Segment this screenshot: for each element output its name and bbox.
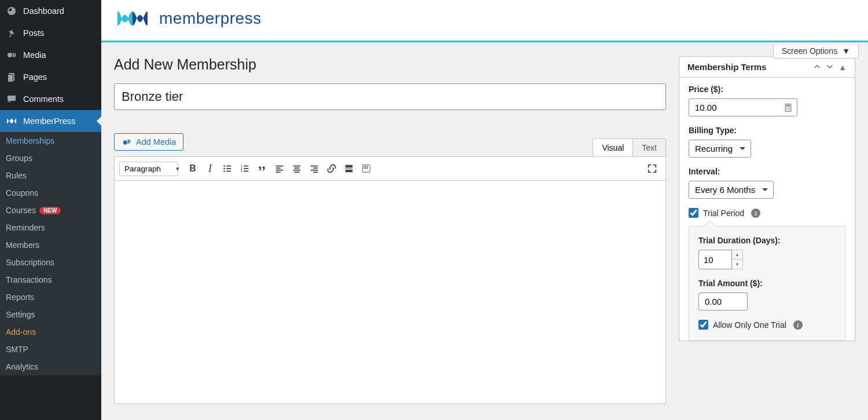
editor-content-area[interactable] bbox=[114, 181, 666, 404]
admin-sidebar: Dashboard Posts Media Pages Comments Mem… bbox=[0, 0, 101, 420]
caret-down-icon: ▼ bbox=[842, 46, 850, 56]
sidebar-sub-rules[interactable]: Rules bbox=[0, 167, 101, 184]
bullet-list-button[interactable] bbox=[219, 160, 236, 177]
price-input[interactable] bbox=[689, 98, 797, 116]
sidebar-sub-memberships[interactable]: Memberships bbox=[0, 132, 101, 149]
add-media-button[interactable]: Add Media bbox=[114, 133, 183, 151]
svg-rect-37 bbox=[365, 167, 366, 169]
membership-title-input[interactable] bbox=[114, 83, 666, 110]
svg-point-41 bbox=[786, 107, 788, 108]
format-select[interactable]: Paragraph bbox=[119, 162, 178, 176]
sidebar-sub-members[interactable]: Members bbox=[0, 236, 101, 254]
memberpress-icon bbox=[6, 115, 17, 127]
sidebar-sub-subscriptions[interactable]: Subscriptions bbox=[0, 254, 101, 271]
fullscreen-button[interactable] bbox=[643, 160, 661, 177]
comment-icon bbox=[6, 93, 17, 105]
sidebar-item-label: Dashboard bbox=[23, 6, 64, 16]
svg-text:3: 3 bbox=[241, 169, 242, 173]
svg-rect-24 bbox=[295, 171, 300, 173]
svg-point-42 bbox=[788, 107, 789, 108]
svg-point-43 bbox=[789, 107, 790, 108]
sidebar-sub-courses[interactable]: CoursesNEW bbox=[0, 202, 101, 219]
sidebar-item-comments[interactable]: Comments bbox=[0, 88, 101, 110]
svg-point-45 bbox=[788, 108, 789, 109]
trial-amount-input[interactable] bbox=[698, 293, 748, 311]
allow-one-trial-checkbox[interactable] bbox=[698, 320, 708, 330]
billing-type-select[interactable]: Recurring bbox=[689, 140, 751, 158]
price-label: Price ($): bbox=[689, 85, 845, 94]
sidebar-item-label: Pages bbox=[23, 72, 47, 82]
trial-duration-label: Trial Duration (Days): bbox=[698, 236, 836, 245]
membership-terms-metabox: Membership Terms ▲ Price ($): bbox=[679, 56, 855, 341]
svg-rect-22 bbox=[295, 167, 300, 169]
billing-type-label: Billing Type: bbox=[689, 126, 845, 135]
bold-button[interactable]: B bbox=[184, 160, 201, 177]
collapse-icon[interactable]: ▲ bbox=[838, 63, 847, 72]
trial-duration-input[interactable] bbox=[698, 250, 732, 269]
sidebar-sub-groups[interactable]: Groups bbox=[0, 149, 101, 167]
sidebar-sub-analytics[interactable]: Analytics bbox=[0, 358, 101, 375]
align-right-button[interactable] bbox=[306, 160, 323, 177]
info-icon[interactable]: i bbox=[793, 320, 803, 330]
italic-button[interactable]: I bbox=[201, 160, 219, 177]
media-icon bbox=[6, 49, 17, 61]
brand-bar: memberpress bbox=[101, 0, 868, 42]
svg-rect-6 bbox=[226, 166, 231, 167]
svg-rect-33 bbox=[364, 166, 365, 167]
svg-rect-25 bbox=[311, 166, 318, 167]
screen-options-button[interactable]: Screen Options ▼ bbox=[773, 44, 859, 59]
sidebar-sub-smtp[interactable]: SMTP bbox=[0, 341, 101, 358]
sidebar-item-media[interactable]: Media bbox=[0, 44, 101, 66]
sidebar-sub-coupons[interactable]: Coupons bbox=[0, 184, 101, 202]
tab-text[interactable]: Text bbox=[632, 138, 666, 156]
stepper-down-icon[interactable]: ▼ bbox=[732, 260, 742, 269]
calculator-icon[interactable] bbox=[784, 103, 793, 112]
pages-icon bbox=[6, 71, 17, 83]
move-down-icon[interactable] bbox=[826, 63, 834, 72]
sidebar-sub-reminders[interactable]: Reminders bbox=[0, 219, 101, 236]
sidebar-item-memberpress[interactable]: MemberPress bbox=[0, 110, 101, 132]
align-center-button[interactable] bbox=[288, 160, 306, 177]
svg-point-5 bbox=[223, 165, 225, 167]
toolbar-toggle-button[interactable] bbox=[358, 160, 375, 177]
sidebar-item-dashboard[interactable]: Dashboard bbox=[0, 0, 101, 22]
svg-rect-18 bbox=[276, 167, 281, 169]
quote-button[interactable] bbox=[253, 160, 271, 177]
trial-period-label: Trial Period bbox=[703, 209, 744, 218]
metabox-title: Membership Terms bbox=[687, 62, 766, 72]
stepper-up-icon[interactable]: ▲ bbox=[732, 250, 742, 260]
dashboard-icon bbox=[6, 5, 17, 17]
brand-text: memberpress bbox=[159, 9, 262, 28]
editor-toolbar: Paragraph B I 123 bbox=[114, 156, 666, 181]
sidebar-sub-reports[interactable]: Reports bbox=[0, 288, 101, 306]
svg-point-7 bbox=[223, 168, 225, 170]
interval-select[interactable]: Every 6 Months bbox=[689, 181, 774, 199]
number-list-button[interactable]: 123 bbox=[236, 160, 253, 177]
svg-rect-36 bbox=[364, 167, 365, 169]
svg-rect-38 bbox=[367, 167, 368, 169]
trial-period-checkbox[interactable] bbox=[689, 208, 698, 218]
sidebar-sub-settings[interactable]: Settings bbox=[0, 306, 101, 323]
svg-rect-23 bbox=[293, 170, 301, 171]
sidebar-item-pages[interactable]: Pages bbox=[0, 66, 101, 88]
svg-rect-20 bbox=[276, 171, 281, 173]
readmore-button[interactable] bbox=[340, 160, 358, 177]
info-icon[interactable]: i bbox=[751, 209, 760, 218]
svg-rect-16 bbox=[244, 171, 248, 172]
svg-rect-29 bbox=[345, 165, 353, 168]
sidebar-sub-addons[interactable]: Add-ons bbox=[0, 323, 101, 341]
pin-icon bbox=[6, 27, 17, 39]
trial-amount-label: Trial Amount ($): bbox=[698, 279, 836, 288]
svg-rect-12 bbox=[244, 166, 248, 167]
sidebar-item-posts[interactable]: Posts bbox=[0, 22, 101, 44]
new-badge: NEW bbox=[39, 207, 61, 214]
sidebar-submenu: Memberships Groups Rules Coupons Courses… bbox=[0, 132, 101, 375]
move-up-icon[interactable] bbox=[813, 63, 821, 72]
allow-one-trial-label: Allow Only One Trial bbox=[713, 320, 786, 330]
tab-visual[interactable]: Visual bbox=[593, 138, 633, 156]
sidebar-sub-transactions[interactable]: Transactions bbox=[0, 271, 101, 288]
svg-rect-10 bbox=[226, 171, 231, 172]
memberpress-logo-icon bbox=[116, 7, 152, 30]
link-button[interactable] bbox=[323, 160, 340, 177]
align-left-button[interactable] bbox=[271, 160, 288, 177]
